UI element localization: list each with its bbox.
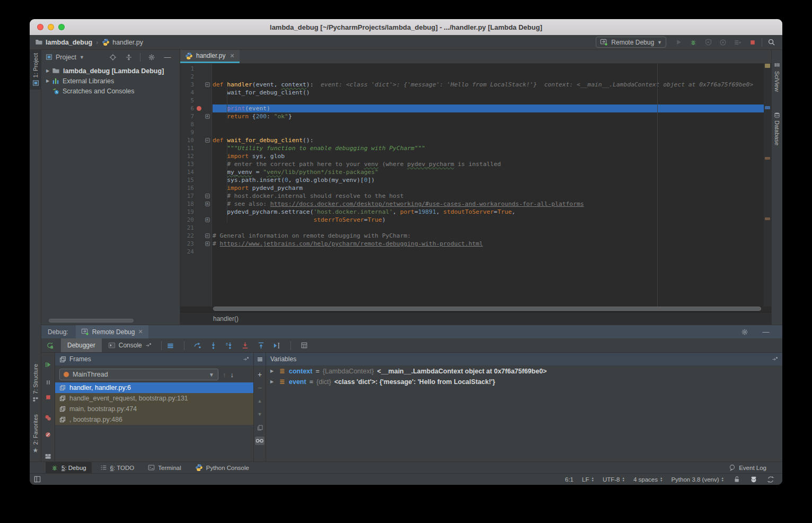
code-line[interactable]: wait_for_debug_client()	[213, 89, 764, 97]
titlebar[interactable]: lambda_debug [~/PycharmProjects/lambda_d…	[30, 19, 782, 35]
debug-button[interactable]	[687, 37, 699, 48]
move-down-button[interactable]: ▼	[255, 410, 264, 419]
fold-marker-icon[interactable]: ˄	[205, 114, 210, 119]
variable-row[interactable]: ▶event={dict}<class 'dict'>: {'message':…	[266, 377, 782, 387]
breadcrumb-item[interactable]: handler.py	[102, 38, 143, 46]
menu-icon[interactable]	[257, 356, 263, 363]
debug-tab-debugger[interactable]: Debugger	[61, 338, 102, 352]
expand-arrow-icon[interactable]: ▶	[270, 379, 276, 384]
concurrency-button[interactable]	[732, 37, 744, 48]
expand-arrow-icon[interactable]: ▶	[43, 68, 52, 73]
code-line[interactable]	[213, 128, 764, 136]
code-line[interactable]: # https://www.jetbrains.com/help/pycharm…	[213, 240, 764, 248]
breakpoint-dot[interactable]	[197, 106, 201, 111]
fold-marker-icon[interactable]: −	[205, 194, 210, 198]
minimize-button[interactable]: —	[760, 326, 772, 338]
evaluate-expression-button[interactable]	[298, 339, 310, 351]
toolwindow-tab-terminal[interactable]: Terminal	[143, 462, 186, 474]
code-area[interactable]: 123−4567˄8910−11121314151617−18˄1920˄212…	[180, 64, 764, 307]
code-line[interactable]: # enter the correct path here to your ve…	[213, 160, 764, 168]
hide-panel-button[interactable]: —	[163, 51, 172, 63]
locate-button[interactable]	[108, 51, 118, 63]
indent[interactable]: 4 spaces▲▼	[633, 476, 663, 483]
tree-item[interactable]: ▶External Libraries	[41, 76, 180, 86]
thread-selector[interactable]: MainThread ▼	[59, 369, 218, 380]
force-step-into-button[interactable]	[224, 339, 235, 351]
next-frame-button[interactable]: ↓	[231, 371, 234, 379]
toolwindow-switcher-icon[interactable]	[34, 476, 41, 483]
pause-button[interactable]	[42, 378, 54, 388]
code-line[interactable]: sys.path.insert(0, glob.glob(my_venv)[0]…	[213, 176, 764, 184]
fold-marker-icon[interactable]: ˄	[205, 241, 210, 246]
code-line[interactable]: return {200: "ok"}	[213, 112, 764, 120]
line-separator[interactable]: LF▲▼	[582, 476, 594, 483]
frame-row[interactable]: handler, handler.py:6	[55, 382, 253, 393]
code-line[interactable]	[213, 224, 764, 232]
mute-breakpoints-button[interactable]	[42, 430, 54, 440]
frame-row[interactable]: , bootstrap.py:486	[55, 414, 253, 425]
fold-marker-icon[interactable]: −	[205, 138, 210, 143]
stripe-mark[interactable]	[765, 64, 770, 68]
debug-session-tab[interactable]: Remote Debug ✕	[76, 325, 148, 338]
code-line[interactable]: my_venv = "venv/lib/python*/site-package…	[213, 168, 764, 176]
show-watches-button[interactable]	[255, 437, 264, 445]
toolwindow-tab-debug[interactable]: 5: Debug	[46, 462, 92, 474]
project-scrollbar[interactable]	[49, 319, 134, 322]
show-execution-point-button[interactable]	[165, 339, 176, 351]
add-watch-button[interactable]: +	[255, 370, 264, 379]
code-line[interactable]: import pydevd_pycharm	[213, 184, 764, 192]
fold-marker-icon[interactable]: −	[205, 82, 210, 87]
more-actions-button[interactable]: »	[46, 453, 49, 459]
resume-button[interactable]	[42, 360, 54, 370]
stop-button[interactable]	[747, 37, 758, 48]
inspections-button[interactable]	[749, 474, 758, 485]
expand-arrow-icon[interactable]: ▶	[43, 79, 52, 83]
stripe-button-project[interactable]: 1: Project	[30, 50, 41, 90]
stripe-mark[interactable]	[765, 106, 770, 109]
debug-tab-console[interactable]: Console	[102, 338, 158, 352]
gear-button[interactable]	[147, 51, 156, 63]
breadcrumb-item[interactable]: lambda_debug	[35, 38, 92, 46]
duplicate-watch-button[interactable]	[255, 423, 264, 432]
editor-breadcrumb-item[interactable]: handler()	[213, 315, 239, 322]
stripe-mark[interactable]	[765, 157, 770, 160]
frame-row[interactable]: main, bootstrap.py:474	[55, 404, 253, 414]
toolwindow-tab-todo[interactable]: 6: TODO	[95, 462, 140, 474]
run-to-cursor-button[interactable]	[271, 339, 283, 351]
rerun-button[interactable]	[44, 339, 56, 351]
view-breakpoints-button[interactable]	[42, 413, 54, 423]
expand-arrow-icon[interactable]: ▶	[270, 369, 276, 373]
editor-horizontal-scrollbar[interactable]	[213, 307, 761, 311]
profiler-button[interactable]	[717, 37, 729, 48]
run-button[interactable]	[673, 37, 684, 48]
fold-marker-icon[interactable]: −	[205, 233, 210, 238]
tree-item[interactable]: Scratches and Consoles	[41, 86, 180, 96]
code-line[interactable]: def handler(event, context): event: <cla…	[213, 81, 764, 89]
fold-marker-icon[interactable]: ˄	[205, 202, 210, 206]
gear-button[interactable]	[739, 326, 751, 338]
step-over-button[interactable]	[192, 339, 204, 351]
editor-tab-handler[interactable]: handler.py ✕	[180, 50, 240, 63]
stripe-mark[interactable]	[765, 217, 770, 220]
code-line[interactable]: # see also: https://docs.docker.com/desk…	[213, 200, 764, 208]
stripe-button-database[interactable]: Database	[772, 109, 783, 149]
interpreter[interactable]: Python 3.8 (venv)▲▼	[671, 476, 724, 483]
coverage-button[interactable]	[702, 37, 714, 48]
code-line[interactable]: def wait_for_debug_client():	[213, 136, 764, 144]
stripe-button-favorites[interactable]: 2: Favorites★	[30, 411, 41, 457]
code-line[interactable]	[213, 97, 764, 104]
close-tab-icon[interactable]: ✕	[230, 53, 234, 59]
code-line[interactable]: # General information on remote debuggin…	[213, 232, 764, 240]
code-line[interactable]: stderrToServer=True)	[213, 216, 764, 224]
frame-row[interactable]: handle_event_request, bootstrap.py:131	[55, 393, 253, 404]
fold-marker-icon[interactable]: ˄	[205, 217, 210, 222]
remove-watch-button[interactable]: −	[255, 383, 264, 392]
zoom-window-button[interactable]	[58, 24, 65, 30]
code-line[interactable]	[213, 248, 764, 256]
lock-button[interactable]	[732, 474, 741, 485]
close-session-icon[interactable]: ✕	[138, 328, 143, 335]
code-line[interactable]: print(event)	[213, 104, 764, 112]
step-out-button[interactable]	[255, 339, 267, 351]
minimize-window-button[interactable]	[48, 24, 54, 30]
encoding[interactable]: UTF-8▲▼	[603, 476, 625, 483]
